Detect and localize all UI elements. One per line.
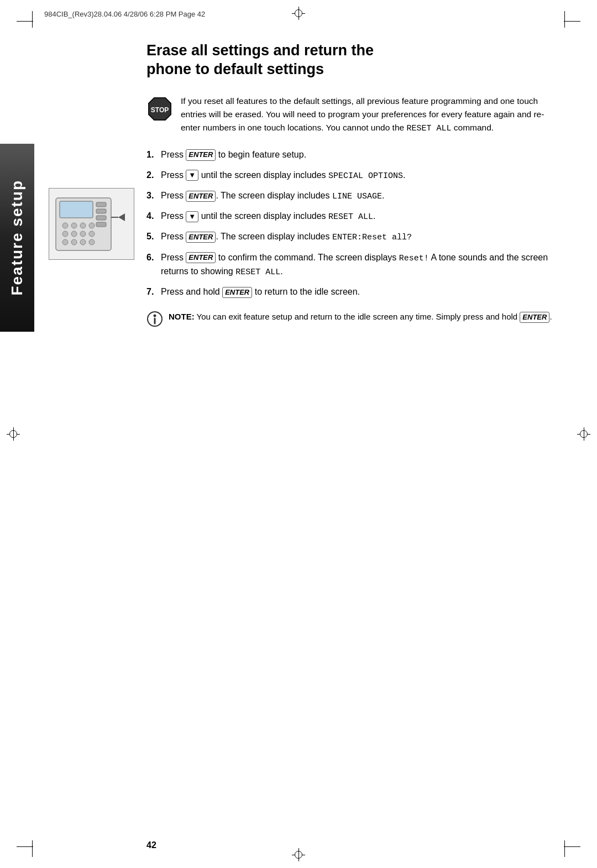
svg-point-6 <box>62 223 68 228</box>
crop-mark-bl-v <box>32 840 33 857</box>
svg-point-23 <box>154 314 156 317</box>
crop-mark-bl-h <box>17 846 33 847</box>
step-number: 1. <box>146 148 161 162</box>
print-header: 984CIB_(Rev3)28.04.06 4/28/06 6:28 PM Pa… <box>44 10 205 18</box>
step-number: 4. <box>146 210 161 223</box>
step-text: Press ▼ until the screen display include… <box>161 210 558 223</box>
step-text: Press ENTER to begin feature setup. <box>161 148 558 162</box>
down-arrow-key-1: ▼ <box>186 170 198 181</box>
sidebar-tab: Feature setup <box>0 144 34 332</box>
enter-key-2: ENTER <box>186 191 216 202</box>
svg-point-11 <box>71 231 77 237</box>
svg-rect-5 <box>96 222 106 227</box>
svg-rect-2 <box>96 202 106 207</box>
step-text: Press ENTER. The screen display includes… <box>161 230 558 244</box>
enter-key-1: ENTER <box>186 149 216 160</box>
svg-point-8 <box>80 223 86 228</box>
sidebar-tab-label: Feature setup <box>8 180 26 296</box>
crop-mark-tr-h <box>564 21 580 22</box>
reg-mark-top <box>292 7 305 20</box>
crop-mark-tl-h <box>17 21 33 22</box>
step-text: Press ▼ until the screen display include… <box>161 169 558 182</box>
svg-point-15 <box>71 239 77 245</box>
reg-mark-bottom <box>292 848 305 861</box>
svg-point-14 <box>62 239 68 245</box>
page-number: 42 <box>146 840 156 850</box>
step-number: 7. <box>146 285 161 299</box>
svg-rect-1 <box>60 201 93 218</box>
sidebar: Feature setup <box>0 33 47 835</box>
reg-mark-right <box>577 427 590 441</box>
enter-key-note: ENTER <box>520 312 549 323</box>
svg-rect-4 <box>96 216 106 220</box>
down-arrow-key-2: ▼ <box>186 211 198 222</box>
svg-point-12 <box>80 231 86 237</box>
main-content: Erase all settings and return the phone … <box>146 41 558 835</box>
step-number: 5. <box>146 230 161 244</box>
note-area: NOTE: You can exit feature setup and ret… <box>146 310 558 327</box>
step-item: 3. Press ENTER. The screen display inclu… <box>146 189 558 203</box>
crop-mark-br-h <box>564 846 580 847</box>
step-text: Press and hold ENTER to return to the id… <box>161 285 558 299</box>
step-text: Press ENTER to confirm the command. The … <box>161 251 558 279</box>
page-title: Erase all settings and return the phone … <box>146 41 558 79</box>
svg-point-13 <box>89 231 95 237</box>
stop-icon: STOP <box>146 96 173 122</box>
svg-point-10 <box>62 231 68 237</box>
svg-point-9 <box>89 223 95 228</box>
svg-point-16 <box>80 239 86 245</box>
enter-key-4: ENTER <box>186 252 216 263</box>
enter-key-5: ENTER <box>222 287 252 298</box>
step-number: 3. <box>146 189 161 203</box>
note-text: NOTE: You can exit feature setup and ret… <box>169 310 552 323</box>
crop-mark-tr-v <box>564 11 565 28</box>
crop-mark-tl-v <box>32 11 33 28</box>
step-item: 4. Press ▼ until the screen display incl… <box>146 210 558 223</box>
enter-key-3: ENTER <box>186 232 216 243</box>
crop-mark-br-v <box>564 840 565 857</box>
warning-text: If you reset all features to the default… <box>181 95 558 135</box>
note-icon <box>146 311 163 327</box>
phone-image <box>49 188 134 260</box>
step-item: 5. Press ENTER. The screen display inclu… <box>146 230 558 244</box>
step-text: Press ENTER. The screen display includes… <box>161 189 558 203</box>
svg-point-17 <box>89 239 95 245</box>
step-number: 2. <box>146 169 161 182</box>
warning-area: STOP If you reset all features to the de… <box>146 95 558 135</box>
step-item: 6. Press ENTER to confirm the command. T… <box>146 251 558 279</box>
note-label: NOTE: <box>169 312 195 321</box>
step-item: 2. Press ▼ until the screen display incl… <box>146 169 558 182</box>
svg-text:STOP: STOP <box>151 106 169 114</box>
step-item: 7. Press and hold ENTER to return to the… <box>146 285 558 299</box>
steps-list: 1. Press ENTER to begin feature setup. 2… <box>146 148 558 299</box>
step-number: 6. <box>146 251 161 265</box>
svg-marker-18 <box>118 213 125 221</box>
step-item: 1. Press ENTER to begin feature setup. <box>146 148 558 162</box>
svg-rect-3 <box>96 209 106 213</box>
svg-point-7 <box>71 223 77 228</box>
